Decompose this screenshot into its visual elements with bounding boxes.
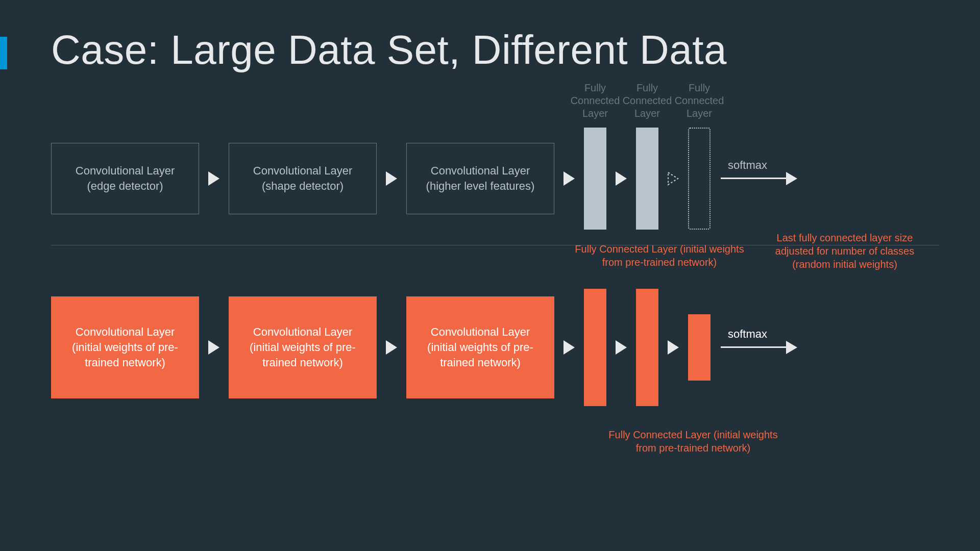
conv-layer-edge: Convolutional Layer (edge detector) <box>51 143 199 214</box>
conv-layer-init-3: Convolutional Layer (initial weights of … <box>406 296 554 398</box>
conv-layer-shape: Convolutional Layer (shape detector) <box>229 143 377 214</box>
conv-layer-higher: Convolutional Layer (higher level featur… <box>406 143 554 214</box>
softmax-arrow: softmax <box>721 173 797 184</box>
arrow-icon <box>386 171 397 186</box>
fc-bar-orange-1 <box>584 289 606 406</box>
row-finetuned: Fully Connected Layer (initial weights f… <box>51 266 939 429</box>
fc-bar <box>584 128 606 230</box>
fc2-annotation: Fully Connected Layer (initial weights f… <box>601 428 785 455</box>
fc-label: Fully Connected Layer <box>664 82 735 120</box>
fc-bar-dotted <box>688 128 710 230</box>
fc-bar-orange-2 <box>636 289 658 406</box>
arrow-dotted-icon <box>668 171 679 186</box>
fc-layer-2: Fully Connected Layer <box>636 112 658 245</box>
accent-bar <box>0 37 7 69</box>
long-arrow-icon <box>721 173 797 184</box>
fc1-annotation: Fully Connected Layer (initial weights f… <box>573 242 746 269</box>
arrow-icon <box>564 340 575 355</box>
arrow-icon <box>208 171 219 186</box>
arrow-icon <box>668 340 679 355</box>
softmax-arrow: softmax <box>721 342 797 353</box>
arrow-icon <box>208 340 219 355</box>
conv-layer-init-1: Convolutional Layer (initial weights of … <box>51 296 199 398</box>
fc-layer-1: Fully Connected Layer <box>584 112 606 245</box>
fc-bar <box>636 128 658 230</box>
fc-bar-orange-3 <box>688 314 710 381</box>
arrow-icon <box>616 340 627 355</box>
row-pretrained: Convolutional Layer (edge detector) Conv… <box>51 112 939 245</box>
conv-layer-init-2: Convolutional Layer (initial weights of … <box>229 296 377 398</box>
arrow-icon <box>386 340 397 355</box>
fc3-annotation: Last fully connected layer size adjusted… <box>773 231 916 271</box>
softmax-label: softmax <box>728 159 767 172</box>
arrow-icon <box>616 171 627 186</box>
softmax-label: softmax <box>728 328 767 341</box>
long-arrow-icon <box>721 342 797 353</box>
architecture-diagram: Convolutional Layer (edge detector) Conv… <box>51 112 939 429</box>
arrow-icon <box>564 171 575 186</box>
page-title: Case: Large Data Set, Different Data <box>51 27 727 73</box>
fc-layer-3-replaced: Fully Connected Layer <box>688 112 710 245</box>
